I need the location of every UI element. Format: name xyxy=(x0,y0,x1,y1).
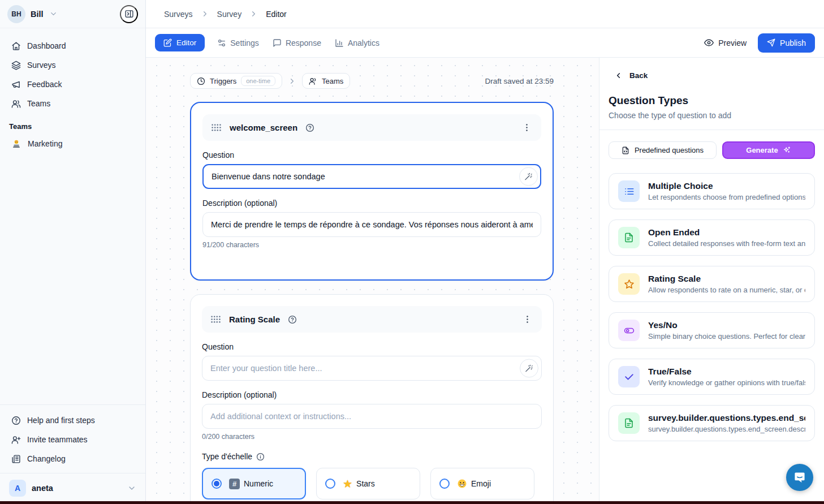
chat-widget-button[interactable] xyxy=(786,464,813,491)
chevron-right-icon xyxy=(249,10,258,18)
sidebar-item-help[interactable]: Help and first steps xyxy=(6,411,140,430)
type-card-yes-no[interactable]: Yes/No Simple binary choice questions. P… xyxy=(609,312,815,348)
teams-pill-label: Teams xyxy=(322,77,343,85)
tab-analytics[interactable]: Analytics xyxy=(328,34,386,52)
question-card-welcome-screen[interactable]: welcome_screen Question xyxy=(190,102,554,281)
toggle-icon xyxy=(618,320,640,341)
description-input[interactable] xyxy=(202,212,541,237)
preview-button[interactable]: Preview xyxy=(704,38,747,48)
layers-icon xyxy=(11,61,21,70)
question-title-input[interactable] xyxy=(202,164,541,189)
type-description: Collect detailed responses with free-for… xyxy=(648,239,805,248)
question-field-label: Question xyxy=(202,342,542,351)
sidebar-item-teams[interactable]: Teams xyxy=(6,94,140,113)
description-input[interactable] xyxy=(202,404,542,429)
chat-bubble-icon xyxy=(793,471,806,484)
type-name: Rating Scale xyxy=(648,274,805,284)
canvas-header: Triggers one-time Teams Draft saved at 2… xyxy=(190,73,554,89)
magic-wand-icon[interactable] xyxy=(520,359,538,378)
chevron-down-icon xyxy=(127,484,136,493)
question-types-panel: Back Question Types Choose the type of q… xyxy=(599,58,824,504)
sidebar-item-feedback[interactable]: Feedback xyxy=(6,75,140,94)
type-name: Open Ended xyxy=(648,227,805,238)
generate-label: Generate xyxy=(746,146,778,154)
trigger-type-badge: one-time xyxy=(241,76,275,86)
help-circle-icon[interactable] xyxy=(305,123,314,132)
sidebar-item-surveys[interactable]: Surveys xyxy=(6,55,140,75)
workspace-avatar[interactable]: BH xyxy=(7,5,25,23)
tab-settings[interactable]: Settings xyxy=(210,34,266,52)
preview-label: Preview xyxy=(718,38,747,48)
star-icon xyxy=(618,273,640,295)
type-card-open-ended[interactable]: Open Ended Collect detailed responses wi… xyxy=(609,219,815,256)
help-circle-icon[interactable] xyxy=(288,315,297,324)
scale-option-stars[interactable]: ★ Stars xyxy=(316,468,420,499)
survey-canvas: Triggers one-time Teams Draft saved at 2… xyxy=(146,58,599,504)
tab-editor[interactable]: Editor xyxy=(155,34,205,51)
bar-chart-icon xyxy=(335,38,344,48)
account-name: aneta xyxy=(32,484,53,493)
panel-subtitle: Choose the type of question to add xyxy=(609,111,815,120)
triggers-label: Triggers xyxy=(210,77,236,85)
breadcrumb-survey[interactable]: Survey xyxy=(217,10,242,19)
sidebar-item-changelog[interactable]: Changelog xyxy=(6,449,140,468)
file-code-icon xyxy=(622,147,629,154)
radio-unchecked-icon xyxy=(439,479,450,489)
publish-button[interactable]: Publish xyxy=(758,33,815,53)
sidebar-item-label: Changelog xyxy=(27,454,66,463)
editor-toolbar: Editor Settings Response Analytics Previ… xyxy=(146,28,824,58)
scale-option-label: Emoji xyxy=(471,479,491,488)
radio-unchecked-icon xyxy=(325,479,335,489)
type-card-true-false[interactable]: True/False Verify knowledge or gather op… xyxy=(609,359,815,395)
magic-wand-icon[interactable] xyxy=(519,167,538,186)
newspaper-icon xyxy=(11,454,21,464)
question-type-list: Multiple Choice Let respondents choose f… xyxy=(609,173,815,441)
type-name: Yes/No xyxy=(648,320,805,330)
drag-handle-icon[interactable] xyxy=(210,315,221,324)
drag-handle-icon[interactable] xyxy=(211,123,222,132)
sidebar-item-label: Invite teammates xyxy=(27,435,88,444)
scale-type-options: # Numeric ★ Stars xyxy=(202,468,542,499)
type-card-multiple-choice[interactable]: Multiple Choice Let respondents choose f… xyxy=(609,173,815,209)
scale-type-label-row: Type d'échelle xyxy=(202,452,542,461)
type-name: True/False xyxy=(648,367,805,377)
generate-button[interactable]: Generate xyxy=(722,141,815,159)
eye-icon xyxy=(704,38,714,48)
char-count: 0/200 characters xyxy=(202,433,542,441)
triggers-pill[interactable]: Triggers one-time xyxy=(190,73,282,89)
sidebar-footer-nav: Help and first steps Invite teammates Ch… xyxy=(0,404,145,468)
clock-icon xyxy=(197,77,205,85)
teams-pill[interactable]: Teams xyxy=(302,73,350,89)
back-button[interactable]: Back xyxy=(609,71,815,80)
publish-label: Publish xyxy=(780,38,806,48)
question-card-rating-scale[interactable]: Rating Scale Question xyxy=(190,294,554,504)
tab-label: Editor xyxy=(176,38,196,47)
predefined-questions-button[interactable]: Predefined questions xyxy=(609,141,717,159)
breadcrumb-surveys[interactable]: Surveys xyxy=(164,10,193,19)
scale-type-label: Type d'échelle xyxy=(202,452,252,461)
scale-option-numeric[interactable]: # Numeric xyxy=(202,468,306,499)
sidebar-collapse-button[interactable] xyxy=(120,5,138,23)
tab-response[interactable]: Response xyxy=(266,34,328,52)
users-icon xyxy=(309,77,317,85)
workspace-row: BH Bill xyxy=(0,0,145,28)
sidebar-item-dashboard[interactable]: Dashboard xyxy=(6,36,140,55)
info-icon[interactable] xyxy=(256,453,265,461)
sidebar-item-team-marketing[interactable]: Marketing xyxy=(0,134,145,153)
chevron-down-icon[interactable] xyxy=(49,10,58,18)
more-vertical-icon[interactable] xyxy=(521,313,533,325)
sidebar-item-label: Help and first steps xyxy=(27,416,95,425)
account-avatar: A xyxy=(9,480,26,497)
workspace-name[interactable]: Bill xyxy=(31,10,44,19)
question-title-input[interactable] xyxy=(202,356,542,381)
type-card-end-screen[interactable]: survey.builder.questions.types.end_scr..… xyxy=(609,405,815,441)
sidebar-item-invite[interactable]: Invite teammates xyxy=(6,430,140,449)
account-row[interactable]: A aneta xyxy=(0,473,145,504)
panel-actions: Predefined questions Generate xyxy=(609,141,815,159)
scale-option-emoji[interactable]: Emoji xyxy=(430,468,534,499)
scale-option-label: Numeric xyxy=(244,479,273,488)
sidebar: BH Bill Dashboard Surv xyxy=(0,0,146,504)
type-card-rating-scale[interactable]: Rating Scale Allow respondents to rate o… xyxy=(609,266,815,302)
sparkles-icon xyxy=(783,146,791,154)
more-vertical-icon[interactable] xyxy=(521,122,533,133)
